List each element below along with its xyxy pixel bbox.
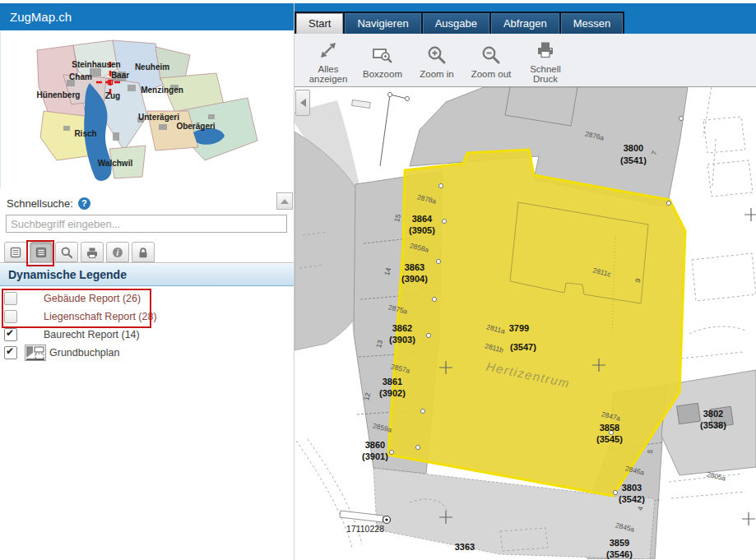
- layer-label[interactable]: Liegenschaft Report (28): [44, 311, 157, 322]
- overview-map[interactable]: SteinhausenNeuheimChamBaarHünenbergMenzi…: [0, 30, 294, 188]
- expand-arrows-button[interactable]: Alles anzeigen: [303, 36, 354, 85]
- map-label: 3800: [624, 143, 643, 153]
- survey-point: [432, 297, 436, 301]
- map-label: (3541): [620, 155, 647, 165]
- tab-ausgabe[interactable]: Ausgabe: [423, 13, 489, 34]
- tool-tab-info[interactable]: i: [106, 242, 129, 262]
- survey-point: [613, 490, 617, 494]
- layer-checkbox[interactable]: [4, 328, 17, 341]
- main-panel: StartNavigierenAusgabeAbfragenMessen All…: [295, 3, 756, 560]
- tool-tab-print[interactable]: [81, 242, 104, 262]
- tab-abfragen[interactable]: Abfragen: [491, 13, 559, 34]
- layer-label[interactable]: Gebäude Report (26): [44, 293, 141, 304]
- map-label: (3545): [596, 434, 623, 444]
- map-label: Neuheim: [135, 62, 169, 72]
- ribbon-tab-row: StartNavigierenAusgabeAbfragenMessen: [295, 12, 756, 34]
- layer-checkbox[interactable]: [4, 310, 17, 323]
- map-label: 3802: [703, 409, 723, 419]
- triangle-left-icon: [300, 99, 306, 107]
- layer-label[interactable]: Grundbuchplan: [49, 347, 119, 359]
- boxzoom-icon: [372, 43, 393, 67]
- legend-row: Baurecht Report (14): [0, 326, 294, 344]
- app-title: ZugMap.ch: [10, 10, 72, 24]
- cadastral-plan-icon: [25, 345, 46, 361]
- survey-point: [679, 116, 683, 120]
- map-label: Hünenberg: [37, 90, 81, 100]
- map-label: (3901): [362, 451, 388, 461]
- map-label: (3904): [401, 274, 428, 284]
- sidebar-collapse-button[interactable]: [295, 90, 310, 116]
- zoom-in-button[interactable]: Zoom in: [411, 41, 462, 80]
- tool-tab-layers-list[interactable]: [4, 242, 27, 262]
- map-label: Baar: [111, 71, 129, 80]
- scroll-up-button[interactable]: [276, 192, 293, 210]
- tab-navigieren[interactable]: Navigieren: [345, 13, 420, 34]
- tool-tab-search[interactable]: [55, 242, 78, 262]
- boxzoom-button[interactable]: Boxzoom: [357, 41, 408, 80]
- tool-tab-lock[interactable]: [132, 242, 155, 262]
- zoom-out-icon: [480, 43, 502, 67]
- map-label: 3863: [405, 262, 424, 272]
- map-label: Walchwil: [98, 159, 133, 168]
- toolbtn-label: Schnell Druck: [530, 64, 561, 85]
- search-input[interactable]: [6, 215, 287, 233]
- tab-messen[interactable]: Messen: [561, 13, 624, 34]
- triangle-up-icon: [281, 199, 289, 204]
- map-label: Steinhausen: [72, 60, 120, 69]
- legend-row: Grundbuchplan: [0, 344, 294, 362]
- app-header: ZugMap.ch: [0, 3, 294, 30]
- map-label: (3538): [700, 420, 726, 430]
- layer-checkbox[interactable]: [4, 346, 17, 359]
- survey-point: [389, 450, 393, 454]
- tab-start[interactable]: Start: [296, 13, 343, 34]
- map-label: 3803: [622, 483, 642, 493]
- layer-label[interactable]: Baurecht Report (14): [44, 329, 140, 340]
- layers-list-icon: [9, 246, 22, 259]
- ribbon-toolbar: Alles anzeigenBoxzoomZoom inZoom outSchn…: [295, 34, 756, 87]
- sidebar-tool-tabs: i: [0, 240, 294, 263]
- zoom-out-button[interactable]: Zoom out: [466, 41, 517, 80]
- help-icon[interactable]: ?: [78, 197, 90, 210]
- map-label: Risch: [74, 129, 96, 138]
- map-viewport[interactable]: 2876a2878a2858a2875a2857a2859a2811a2811b…: [295, 87, 756, 560]
- map-label: Menzingen: [141, 86, 183, 95]
- map-canvas: 2876a2878a2858a2875a2857a2859a2811a2811b…: [295, 87, 756, 559]
- survey-point: [415, 445, 420, 449]
- toolbtn-label: Zoom in: [420, 69, 454, 80]
- survey-point: [387, 92, 392, 96]
- map-label: (3902): [379, 388, 406, 398]
- map-label: 2805a: [706, 470, 727, 482]
- survey-point: [438, 183, 443, 187]
- zugmap-app: ZugMap.ch: [0, 0, 756, 560]
- quick-print-button[interactable]: Schnell Druck: [520, 36, 571, 85]
- search-label: Schnellsuche:: [7, 197, 73, 210]
- map-label: 3862: [392, 323, 412, 333]
- map-label: Zug: [105, 91, 120, 100]
- quick-print-icon: [535, 38, 556, 62]
- map-label: (3903): [389, 335, 415, 345]
- legend-row: Liegenschaft Report (28): [0, 308, 294, 326]
- toolbtn-label: Alles anzeigen: [309, 64, 348, 85]
- survey-point: [420, 409, 424, 413]
- map-label: 3858: [600, 423, 619, 433]
- legend-list-icon: [35, 246, 48, 259]
- map-label: 3859: [610, 538, 629, 548]
- info-icon: i: [111, 246, 124, 259]
- expand-arrows-icon: [318, 38, 339, 62]
- map-label: (3547): [510, 342, 536, 352]
- map-label: 3860: [365, 440, 385, 450]
- tool-tab-legend-list[interactable]: [30, 242, 53, 262]
- layer-checkbox[interactable]: [4, 292, 17, 305]
- survey-point: [442, 219, 446, 223]
- map-label: (3905): [409, 225, 435, 235]
- map-label: 3861: [383, 377, 402, 386]
- lock-icon: [137, 246, 150, 259]
- map-label: 3363: [455, 542, 475, 552]
- map-label: 3799: [509, 323, 529, 333]
- legend-row: Gebäude Report (26): [0, 289, 294, 308]
- map-label: 17110228: [346, 524, 384, 534]
- map-label: Cham: [69, 72, 92, 81]
- reference-point-dot: [385, 518, 387, 521]
- survey-point: [405, 96, 409, 100]
- map-label: (3546): [606, 549, 633, 559]
